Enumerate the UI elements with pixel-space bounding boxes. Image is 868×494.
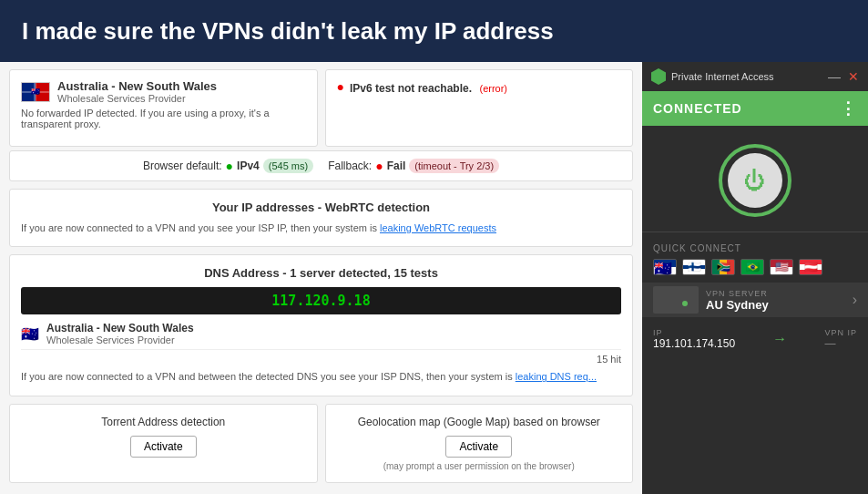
- pia-titlebar: Private Internet Access — ✕: [642, 62, 868, 91]
- pia-power-section: ⏻: [642, 126, 868, 232]
- quick-connect-section: QUICK CONNECT 🇦🇺 🇫🇮 🇿🇦 🇧🇷 🇺🇸 🇦🇹: [642, 240, 868, 283]
- pia-app-name: Private Internet Access: [671, 71, 774, 82]
- location-header: 🇦🇺 Australia - New South Wales Wholesale…: [21, 79, 306, 104]
- geolocation-title: Geolocation map (Google Map) based on br…: [337, 416, 622, 428]
- map-location-dot: [682, 301, 688, 306]
- power-button[interactable]: ⏻: [728, 153, 782, 208]
- dns-ip: 117.120.9.18: [21, 287, 621, 314]
- dns-card: DNS Address - 1 server detected, 15 test…: [9, 254, 633, 396]
- fallback-item: Fallback: ● Fail (timeout - Try 2/3): [328, 159, 499, 173]
- vpn-server-label: VPN SERVER: [706, 289, 769, 298]
- ip-label: IP: [653, 328, 735, 337]
- vpn-ip-value: —: [824, 337, 857, 350]
- quick-connect-au-flag[interactable]: 🇦🇺: [653, 259, 677, 275]
- quick-connect-za-flag[interactable]: 🇿🇦: [711, 259, 735, 275]
- browser-test-row: Browser default: ● IPv4 (545 ms) Fallbac…: [9, 150, 633, 181]
- pia-panel: Private Internet Access — ✕ CONNECTED ⋮ …: [642, 62, 868, 494]
- location-info: Australia - New South Wales Wholesale Se…: [57, 79, 217, 104]
- vpn-ip-col: VPN IP —: [824, 328, 857, 350]
- torrent-activate-button[interactable]: Activate: [130, 436, 197, 458]
- dns-flag-icon: 🇦🇺: [21, 325, 39, 343]
- flag-row: 🇦🇺 🇫🇮 🇿🇦 🇧🇷 🇺🇸 🇦🇹: [653, 259, 857, 275]
- pia-divider: [642, 232, 868, 232]
- geolocation-activate-button[interactable]: Activate: [445, 436, 512, 458]
- browser-default-item: Browser default: ● IPv4 (545 ms): [143, 159, 313, 173]
- power-ring: ⏻: [719, 144, 791, 217]
- fallback-label: Fallback:: [328, 160, 372, 172]
- fail-detail-badge: (timeout - Try 2/3): [409, 159, 499, 173]
- quick-connect-fi-flag[interactable]: 🇫🇮: [682, 259, 706, 275]
- minimize-button[interactable]: —: [828, 69, 841, 84]
- close-button[interactable]: ✕: [848, 69, 859, 84]
- vpn-server-section[interactable]: VPN SERVER AU Sydney ›: [642, 283, 868, 317]
- pia-logo: Private Internet Access: [651, 68, 774, 85]
- quick-connect-label: QUICK CONNECT: [653, 243, 857, 253]
- action-row: Torrent Address detection Activate Geolo…: [9, 404, 633, 483]
- torrent-card: Torrent Address detection Activate: [9, 404, 318, 483]
- ipv6-status: (error): [479, 83, 507, 94]
- location-sub: Wholesale Services Provider: [57, 93, 217, 104]
- pia-connected-bar: CONNECTED ⋮: [642, 91, 868, 126]
- fail-label: Fail: [387, 160, 406, 172]
- ip-col: IP 191.101.174.150: [653, 328, 735, 350]
- dns-location-name: Australia - New South Wales: [46, 322, 194, 334]
- geolocation-note: (may prompt a user permission on the bro…: [337, 461, 622, 471]
- ipv4-label: IPv4: [237, 160, 260, 172]
- fail-dot: ●: [375, 159, 383, 173]
- no-forwarded-text: No forwarded IP detected. If you are usi…: [21, 108, 306, 129]
- torrent-title: Torrent Address detection: [21, 416, 306, 428]
- webrtc-text: If you are now connected to a VPN and yo…: [21, 221, 621, 235]
- vpn-ip-label: VPN IP: [824, 328, 857, 337]
- geolocation-card: Geolocation map (Google Map) based on br…: [325, 404, 634, 483]
- world-map-icon: [653, 286, 699, 314]
- dns-link[interactable]: leaking DNS req...: [516, 371, 597, 382]
- location-name: Australia - New South Wales: [57, 79, 217, 93]
- webrtc-card: Your IP addresses - WebRTC detection If …: [9, 189, 633, 247]
- ipv6-status-dot: ●: [337, 79, 344, 94]
- quick-connect-at-flag[interactable]: 🇦🇹: [799, 259, 822, 275]
- ipv4-badge: (545 ms): [263, 159, 313, 173]
- ip-value: 191.101.174.150: [653, 337, 735, 350]
- left-panel: 🇦🇺 Australia - New South Wales Wholesale…: [0, 62, 642, 494]
- ipv6-label: IPv6 test not reachable.: [350, 82, 472, 95]
- dns-text: If you are now connected to a VPN and be…: [21, 370, 621, 384]
- vpn-server-info: VPN SERVER AU Sydney: [706, 289, 769, 312]
- main-container: 🇦🇺 Australia - New South Wales Wholesale…: [0, 62, 868, 494]
- vpn-server-name: AU Sydney: [706, 298, 769, 312]
- dns-title: DNS Address - 1 server detected, 15 test…: [21, 266, 621, 280]
- dns-hit: 15 hit: [21, 354, 621, 365]
- header-banner: I made sure the VPNs didn't leak my IP a…: [0, 0, 868, 62]
- webrtc-link[interactable]: leaking WebRTC requests: [380, 222, 496, 233]
- ip-section: IP 191.101.174.150 → VPN IP —: [642, 324, 868, 354]
- connected-label: CONNECTED: [653, 101, 742, 116]
- ipv4-dot: ●: [226, 159, 233, 173]
- power-icon: ⏻: [744, 168, 766, 193]
- pia-window-controls: — ✕: [828, 69, 859, 84]
- dns-location-sub: Wholesale Services Provider: [46, 334, 194, 345]
- quick-connect-us-flag[interactable]: 🇺🇸: [770, 259, 793, 275]
- chevron-right-icon: ›: [853, 292, 857, 308]
- header-title: I made sure the VPNs didn't leak my IP a…: [22, 17, 554, 46]
- quick-connect-br-flag[interactable]: 🇧🇷: [740, 259, 764, 275]
- pia-menu-button[interactable]: ⋮: [840, 98, 857, 118]
- pia-shield-icon: [651, 68, 666, 85]
- vpn-server-left: VPN SERVER AU Sydney: [653, 286, 769, 314]
- arrow-right-icon: →: [772, 331, 787, 347]
- dns-location-row: 🇦🇺 Australia - New South Wales Wholesale…: [21, 318, 621, 350]
- webrtc-title: Your IP addresses - WebRTC detection: [21, 201, 621, 214]
- browser-default-label: Browser default:: [143, 160, 222, 172]
